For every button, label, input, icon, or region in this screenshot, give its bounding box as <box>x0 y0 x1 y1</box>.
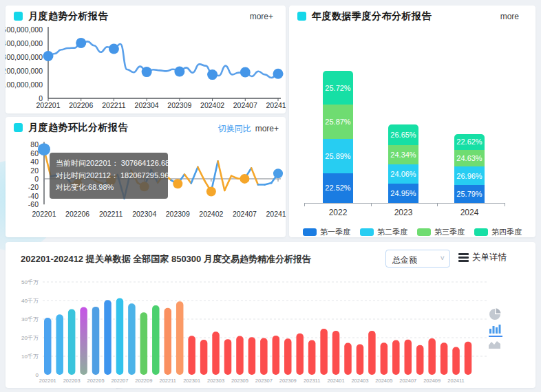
bar-segment-q2[interactable]: 25.89% <box>323 139 353 173</box>
legend-swatch <box>303 228 317 236</box>
trend-data-point[interactable] <box>207 69 218 80</box>
bar-202403[interactable] <box>357 344 364 375</box>
bar-202211[interactable] <box>165 308 172 375</box>
bar-segment-q1[interactable]: 22.52% <box>323 173 353 203</box>
y-axis-tick-label: 50千万 <box>21 279 39 285</box>
bar-segment-q3[interactable]: 25.87% <box>323 105 353 139</box>
bar-202208[interactable] <box>128 303 136 375</box>
trend-data-point[interactable] <box>43 51 54 61</box>
y-axis-tick-label: 500,000,000 <box>6 25 43 34</box>
toggle-yoy-link[interactable]: 切换同比 <box>218 124 251 133</box>
bar-segment-q4[interactable]: 25.72% <box>323 71 353 105</box>
stacked-bar-2024[interactable]: 22.62%24.63%26.96%25.79% <box>454 134 485 203</box>
x-axis-tick-label: 2023 <box>388 208 418 217</box>
bar-segment-q3[interactable]: 24.63% <box>454 150 485 167</box>
bar-202212[interactable] <box>176 301 184 375</box>
bar-202206[interactable] <box>104 300 112 375</box>
bar-202209[interactable] <box>140 312 148 375</box>
bar-202205[interactable] <box>92 307 100 375</box>
more-link[interactable]: more <box>500 12 519 21</box>
trend-data-point[interactable] <box>273 69 284 79</box>
bar-202408[interactable] <box>416 345 424 375</box>
x-axis-tick-label: 2024 <box>454 208 485 217</box>
bar-202404[interactable] <box>368 331 376 375</box>
legend-item-q2[interactable]: 第二季度 <box>360 227 407 237</box>
stacked-bar-2023[interactable]: 26.65%24.34%24.06%24.95% <box>388 124 418 203</box>
y-axis-tick-label: 10千万 <box>21 353 39 360</box>
trend-data-point[interactable] <box>240 67 251 78</box>
bar-202301[interactable] <box>188 336 195 375</box>
bar-202410[interactable] <box>441 342 448 375</box>
bar-202409[interactable] <box>428 338 436 375</box>
bar-202405[interactable] <box>381 342 388 375</box>
trend-data-point[interactable] <box>76 38 86 48</box>
mom-data-point[interactable] <box>173 179 182 188</box>
area-chart-icon[interactable] <box>489 340 502 353</box>
legend-item-q4[interactable]: 第四季度 <box>474 227 522 237</box>
bar-202312[interactable] <box>320 329 328 375</box>
more-link[interactable]: more+ <box>255 124 279 133</box>
bar-202204[interactable] <box>80 307 87 375</box>
x-axis-tick-label: 202309 <box>279 378 297 384</box>
bar-segment-q2[interactable]: 26.96% <box>454 166 485 185</box>
bar-202307[interactable] <box>260 338 268 375</box>
legend-item-q3[interactable]: 第三季度 <box>417 227 465 237</box>
legend-item-q1[interactable]: 第一季度 <box>303 227 350 237</box>
trend-data-point[interactable] <box>142 67 152 77</box>
x-axis-tick-label: 202407 <box>233 101 257 109</box>
bar-chart-icon[interactable] <box>489 323 502 337</box>
mom-data-point[interactable] <box>140 182 149 191</box>
bar-202207[interactable] <box>116 298 124 375</box>
x-axis-tick-label: 202305 <box>231 378 248 384</box>
mom-data-point[interactable] <box>240 174 249 184</box>
bar-202406[interactable] <box>392 340 400 375</box>
y-axis-tick-label: 40 <box>30 157 39 166</box>
order-detail-link[interactable]: 关单详情 <box>458 252 507 263</box>
trend-data-point[interactable] <box>174 67 184 77</box>
mom-data-point[interactable] <box>273 168 283 178</box>
title-bullet-icon <box>297 12 306 21</box>
x-axis-tick-label: 202205 <box>87 378 105 384</box>
mom-line-segment <box>57 173 64 175</box>
trend-data-point[interactable] <box>109 44 119 54</box>
bar-202407[interactable] <box>405 340 412 375</box>
bar-202302[interactable] <box>200 340 208 375</box>
bar-202201[interactable] <box>44 318 52 375</box>
bar-202310[interactable] <box>296 334 304 375</box>
bar-202306[interactable] <box>248 337 256 375</box>
pie-chart-icon[interactable] <box>489 308 502 322</box>
panel-header: 年度数据季度分布分析报告 more <box>289 6 535 25</box>
bar-202411[interactable] <box>452 347 460 375</box>
bar-202311[interactable] <box>308 340 316 375</box>
mom-data-point[interactable] <box>106 175 116 185</box>
bar-202210[interactable] <box>152 305 160 375</box>
x-axis-tick <box>505 203 505 206</box>
mom-data-point[interactable] <box>38 143 50 155</box>
bar-segment-q1[interactable]: 25.79% <box>454 185 485 203</box>
x-axis-tick-label: 202405 <box>375 378 392 384</box>
bar-202308[interactable] <box>273 336 280 375</box>
bar-202402[interactable] <box>344 343 352 375</box>
bar-segment-q1[interactable]: 24.95% <box>388 184 418 203</box>
bar-segment-q4[interactable]: 22.62% <box>454 134 485 150</box>
bar-202202[interactable] <box>56 314 63 375</box>
mom-data-point[interactable] <box>206 187 216 197</box>
bar-segment-q3[interactable]: 24.34% <box>388 145 418 164</box>
bar-202303[interactable] <box>212 331 220 375</box>
bar-segment-q4[interactable]: 26.65% <box>388 124 418 145</box>
bar-202305[interactable] <box>236 336 244 375</box>
bar-202304[interactable] <box>224 339 232 375</box>
x-axis-tick-label: 202304 <box>132 210 156 218</box>
bar-202401[interactable] <box>332 331 340 375</box>
bar-202309[interactable] <box>284 338 292 375</box>
mom-line-segment <box>51 175 58 176</box>
stacked-bar-2022[interactable]: 25.72%25.87%25.89%22.52% <box>323 71 353 203</box>
x-axis-tick-label: 202409 <box>423 378 441 384</box>
mom-line-segment <box>98 182 105 184</box>
mom-data-point[interactable] <box>73 179 83 189</box>
bar-202203[interactable] <box>68 309 76 375</box>
bar-segment-q2[interactable]: 24.06% <box>388 164 418 183</box>
more-link[interactable]: more+ <box>250 12 273 21</box>
bar-202412[interactable] <box>465 342 472 375</box>
metric-select[interactable]: 总金额 ˅ <box>385 250 450 268</box>
